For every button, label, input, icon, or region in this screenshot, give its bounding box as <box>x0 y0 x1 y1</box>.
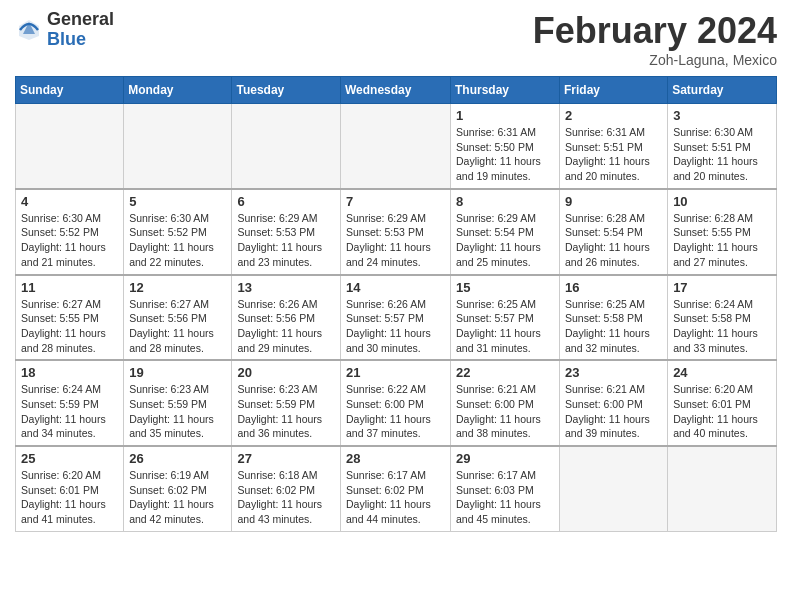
day-number: 24 <box>673 365 771 380</box>
calendar-cell <box>668 446 777 531</box>
day-info: Sunrise: 6:17 AMSunset: 6:02 PMDaylight:… <box>346 468 445 527</box>
calendar-cell: 4Sunrise: 6:30 AMSunset: 5:52 PMDaylight… <box>16 189 124 275</box>
calendar-cell: 24Sunrise: 6:20 AMSunset: 6:01 PMDayligh… <box>668 360 777 446</box>
logo-blue: Blue <box>47 30 114 50</box>
calendar-cell: 1Sunrise: 6:31 AMSunset: 5:50 PMDaylight… <box>451 104 560 189</box>
day-info: Sunrise: 6:31 AMSunset: 5:50 PMDaylight:… <box>456 125 554 184</box>
day-number: 6 <box>237 194 335 209</box>
day-number: 29 <box>456 451 554 466</box>
day-number: 27 <box>237 451 335 466</box>
day-info: Sunrise: 6:27 AMSunset: 5:56 PMDaylight:… <box>129 297 226 356</box>
day-number: 17 <box>673 280 771 295</box>
day-info: Sunrise: 6:22 AMSunset: 6:00 PMDaylight:… <box>346 382 445 441</box>
calendar-cell: 25Sunrise: 6:20 AMSunset: 6:01 PMDayligh… <box>16 446 124 531</box>
day-number: 15 <box>456 280 554 295</box>
day-number: 5 <box>129 194 226 209</box>
day-info: Sunrise: 6:28 AMSunset: 5:54 PMDaylight:… <box>565 211 662 270</box>
day-info: Sunrise: 6:25 AMSunset: 5:57 PMDaylight:… <box>456 297 554 356</box>
calendar-cell: 3Sunrise: 6:30 AMSunset: 5:51 PMDaylight… <box>668 104 777 189</box>
calendar-cell: 26Sunrise: 6:19 AMSunset: 6:02 PMDayligh… <box>124 446 232 531</box>
page-header: General Blue February 2024 Zoh-Laguna, M… <box>15 10 777 68</box>
logo-icon <box>15 16 43 44</box>
month-title: February 2024 <box>533 10 777 52</box>
day-info: Sunrise: 6:30 AMSunset: 5:52 PMDaylight:… <box>21 211 118 270</box>
day-info: Sunrise: 6:17 AMSunset: 6:03 PMDaylight:… <box>456 468 554 527</box>
day-info: Sunrise: 6:19 AMSunset: 6:02 PMDaylight:… <box>129 468 226 527</box>
day-info: Sunrise: 6:28 AMSunset: 5:55 PMDaylight:… <box>673 211 771 270</box>
calendar-cell: 13Sunrise: 6:26 AMSunset: 5:56 PMDayligh… <box>232 275 341 361</box>
calendar-cell: 29Sunrise: 6:17 AMSunset: 6:03 PMDayligh… <box>451 446 560 531</box>
day-number: 18 <box>21 365 118 380</box>
calendar-cell: 16Sunrise: 6:25 AMSunset: 5:58 PMDayligh… <box>560 275 668 361</box>
calendar-cell: 28Sunrise: 6:17 AMSunset: 6:02 PMDayligh… <box>341 446 451 531</box>
weekday-header: Saturday <box>668 77 777 104</box>
day-info: Sunrise: 6:25 AMSunset: 5:58 PMDaylight:… <box>565 297 662 356</box>
calendar-cell: 27Sunrise: 6:18 AMSunset: 6:02 PMDayligh… <box>232 446 341 531</box>
calendar-cell: 7Sunrise: 6:29 AMSunset: 5:53 PMDaylight… <box>341 189 451 275</box>
day-info: Sunrise: 6:26 AMSunset: 5:57 PMDaylight:… <box>346 297 445 356</box>
day-info: Sunrise: 6:24 AMSunset: 5:59 PMDaylight:… <box>21 382 118 441</box>
day-number: 1 <box>456 108 554 123</box>
calendar-cell: 8Sunrise: 6:29 AMSunset: 5:54 PMDaylight… <box>451 189 560 275</box>
day-info: Sunrise: 6:30 AMSunset: 5:51 PMDaylight:… <box>673 125 771 184</box>
calendar-table: SundayMondayTuesdayWednesdayThursdayFrid… <box>15 76 777 532</box>
day-number: 25 <box>21 451 118 466</box>
day-number: 8 <box>456 194 554 209</box>
calendar-cell: 2Sunrise: 6:31 AMSunset: 5:51 PMDaylight… <box>560 104 668 189</box>
day-info: Sunrise: 6:30 AMSunset: 5:52 PMDaylight:… <box>129 211 226 270</box>
day-info: Sunrise: 6:29 AMSunset: 5:53 PMDaylight:… <box>346 211 445 270</box>
day-info: Sunrise: 6:31 AMSunset: 5:51 PMDaylight:… <box>565 125 662 184</box>
calendar-cell: 9Sunrise: 6:28 AMSunset: 5:54 PMDaylight… <box>560 189 668 275</box>
calendar-cell: 15Sunrise: 6:25 AMSunset: 5:57 PMDayligh… <box>451 275 560 361</box>
day-number: 14 <box>346 280 445 295</box>
day-number: 19 <box>129 365 226 380</box>
day-number: 2 <box>565 108 662 123</box>
calendar-cell: 12Sunrise: 6:27 AMSunset: 5:56 PMDayligh… <box>124 275 232 361</box>
day-info: Sunrise: 6:29 AMSunset: 5:53 PMDaylight:… <box>237 211 335 270</box>
day-number: 26 <box>129 451 226 466</box>
location: Zoh-Laguna, Mexico <box>533 52 777 68</box>
weekday-header: Friday <box>560 77 668 104</box>
calendar-cell: 20Sunrise: 6:23 AMSunset: 5:59 PMDayligh… <box>232 360 341 446</box>
day-number: 3 <box>673 108 771 123</box>
day-number: 9 <box>565 194 662 209</box>
calendar-cell <box>124 104 232 189</box>
calendar-cell: 14Sunrise: 6:26 AMSunset: 5:57 PMDayligh… <box>341 275 451 361</box>
calendar-cell: 22Sunrise: 6:21 AMSunset: 6:00 PMDayligh… <box>451 360 560 446</box>
calendar-cell: 11Sunrise: 6:27 AMSunset: 5:55 PMDayligh… <box>16 275 124 361</box>
title-block: February 2024 Zoh-Laguna, Mexico <box>533 10 777 68</box>
day-info: Sunrise: 6:20 AMSunset: 6:01 PMDaylight:… <box>21 468 118 527</box>
calendar-cell: 23Sunrise: 6:21 AMSunset: 6:00 PMDayligh… <box>560 360 668 446</box>
day-info: Sunrise: 6:24 AMSunset: 5:58 PMDaylight:… <box>673 297 771 356</box>
day-info: Sunrise: 6:23 AMSunset: 5:59 PMDaylight:… <box>129 382 226 441</box>
day-info: Sunrise: 6:27 AMSunset: 5:55 PMDaylight:… <box>21 297 118 356</box>
day-info: Sunrise: 6:26 AMSunset: 5:56 PMDaylight:… <box>237 297 335 356</box>
day-info: Sunrise: 6:29 AMSunset: 5:54 PMDaylight:… <box>456 211 554 270</box>
calendar-cell: 19Sunrise: 6:23 AMSunset: 5:59 PMDayligh… <box>124 360 232 446</box>
logo-general: General <box>47 10 114 30</box>
day-number: 7 <box>346 194 445 209</box>
calendar-cell: 6Sunrise: 6:29 AMSunset: 5:53 PMDaylight… <box>232 189 341 275</box>
day-number: 11 <box>21 280 118 295</box>
logo-text: General Blue <box>47 10 114 50</box>
weekday-header: Sunday <box>16 77 124 104</box>
day-number: 10 <box>673 194 771 209</box>
logo: General Blue <box>15 10 114 50</box>
weekday-header: Wednesday <box>341 77 451 104</box>
calendar-cell <box>341 104 451 189</box>
weekday-header: Thursday <box>451 77 560 104</box>
calendar-cell: 18Sunrise: 6:24 AMSunset: 5:59 PMDayligh… <box>16 360 124 446</box>
day-number: 22 <box>456 365 554 380</box>
day-info: Sunrise: 6:21 AMSunset: 6:00 PMDaylight:… <box>456 382 554 441</box>
day-info: Sunrise: 6:23 AMSunset: 5:59 PMDaylight:… <box>237 382 335 441</box>
weekday-header: Tuesday <box>232 77 341 104</box>
day-number: 20 <box>237 365 335 380</box>
day-number: 16 <box>565 280 662 295</box>
day-number: 13 <box>237 280 335 295</box>
calendar-cell <box>232 104 341 189</box>
calendar-cell <box>560 446 668 531</box>
day-info: Sunrise: 6:20 AMSunset: 6:01 PMDaylight:… <box>673 382 771 441</box>
day-number: 23 <box>565 365 662 380</box>
day-info: Sunrise: 6:18 AMSunset: 6:02 PMDaylight:… <box>237 468 335 527</box>
calendar-cell: 21Sunrise: 6:22 AMSunset: 6:00 PMDayligh… <box>341 360 451 446</box>
